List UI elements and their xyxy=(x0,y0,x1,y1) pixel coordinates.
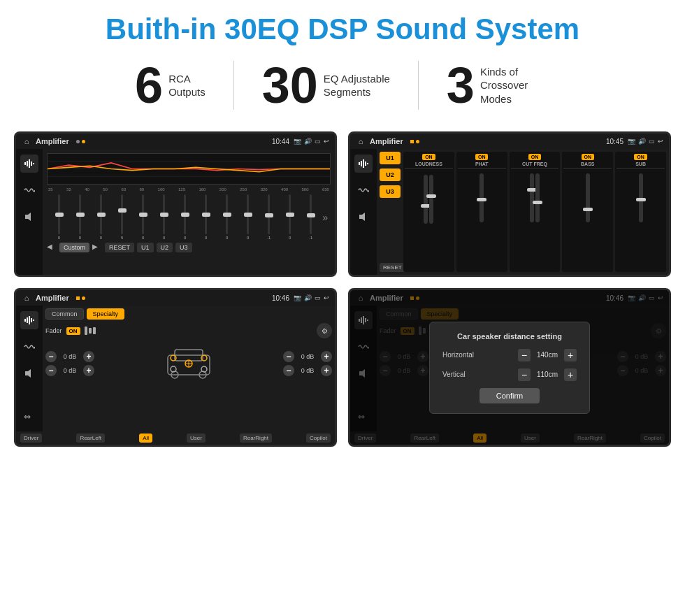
rearright-btn[interactable]: RearRight xyxy=(240,434,272,443)
svg-rect-13 xyxy=(367,163,368,164)
ch-sub: ON SUB xyxy=(615,152,666,272)
eq-custom-btn[interactable]: Custom xyxy=(59,243,89,252)
confirm-button[interactable]: Confirm xyxy=(480,388,540,403)
eq-sliders-row: 0 0 0 5 0 0 0 0 0 0 -1 0 -1 » xyxy=(47,194,331,240)
bass-slider[interactable] xyxy=(586,173,590,222)
sidebar-wave-icon[interactable] xyxy=(20,181,38,199)
tab-common[interactable]: Common xyxy=(45,308,84,320)
eq-slider-3[interactable]: 0 xyxy=(92,194,110,240)
home-icon-1[interactable]: ⌂ xyxy=(22,136,31,146)
ch-sub-on[interactable]: ON xyxy=(634,154,647,160)
sidebar-wave-icon-3[interactable] xyxy=(20,338,38,356)
sidebar-speaker-icon-2[interactable] xyxy=(354,208,373,226)
ch-bass-on[interactable]: ON xyxy=(582,154,595,160)
back-icon-1[interactable]: ↩ xyxy=(324,138,329,145)
stat-crossover: 3 Kinds ofCrossover Modes xyxy=(419,60,578,110)
settings-icon[interactable]: ⚙ xyxy=(322,327,328,335)
freq-100: 100 xyxy=(158,187,165,192)
eq-slider-10[interactable]: 0 xyxy=(238,194,257,240)
dot-1 xyxy=(76,140,80,143)
vol-bl-plus[interactable]: + xyxy=(83,365,94,376)
sidebar-eq-icon[interactable] xyxy=(20,155,38,173)
svg-point-26 xyxy=(171,355,176,361)
cutfreq-slider-r[interactable] xyxy=(535,173,540,222)
eq-slider-6[interactable]: 0 xyxy=(154,194,173,240)
freq-125: 125 xyxy=(178,187,185,192)
ch-loudness-on[interactable]: ON xyxy=(422,154,435,160)
phat-slider[interactable] xyxy=(480,173,484,222)
ch-phat-on[interactable]: ON xyxy=(475,154,489,160)
preset-u3[interactable]: U3 xyxy=(380,185,401,198)
vol-br-plus[interactable]: + xyxy=(321,365,332,376)
svg-rect-16 xyxy=(27,317,28,323)
volume-icon-3: 🔊 xyxy=(304,294,312,301)
vol-bl-minus[interactable]: − xyxy=(45,365,57,376)
back-icon-3[interactable]: ↩ xyxy=(324,294,329,301)
eq-u2-btn[interactable]: U2 xyxy=(157,243,173,252)
sidebar-speaker-icon[interactable] xyxy=(20,208,38,226)
eq-slider-13[interactable]: -1 xyxy=(301,194,320,240)
rearleft-btn[interactable]: RearLeft xyxy=(76,434,105,443)
sidebar-eq-icon-2[interactable] xyxy=(354,155,373,173)
home-icon-3[interactable]: ⌂ xyxy=(22,293,31,303)
next-btn[interactable]: ▶ xyxy=(92,243,102,252)
eq-slider-12[interactable]: 0 xyxy=(280,194,299,240)
screen-content-2: U1 U2 U3 RESET ON LOUDNESS xyxy=(350,149,669,275)
eq-slider-9[interactable]: 0 xyxy=(217,194,236,240)
app-name-3: Amplifier xyxy=(36,294,69,302)
vertical-minus[interactable]: − xyxy=(518,368,531,381)
eq-slider-11[interactable]: -1 xyxy=(259,194,278,240)
home-icon-2[interactable]: ⌂ xyxy=(356,136,366,146)
svg-marker-14 xyxy=(359,213,365,221)
vol-tl-plus[interactable]: + xyxy=(83,351,94,362)
tab-specialty[interactable]: Specialty xyxy=(87,308,125,320)
vol-tr-plus[interactable]: + xyxy=(321,351,332,362)
sidebar-wave-icon-2[interactable] xyxy=(354,181,373,199)
cutfreq-slider-l[interactable] xyxy=(530,173,534,222)
svg-rect-19 xyxy=(33,320,34,321)
amp-reset-btn[interactable]: RESET xyxy=(380,263,405,272)
driver-btn[interactable]: Driver xyxy=(20,434,42,443)
eq-slider-8[interactable]: 0 xyxy=(196,194,215,240)
eq-u1-btn[interactable]: U1 xyxy=(137,243,154,252)
freq-160: 160 xyxy=(199,187,206,192)
vol-br-minus[interactable]: − xyxy=(283,365,294,376)
vol-tl-minus[interactable]: − xyxy=(45,351,57,362)
eq-u3-btn[interactable]: U3 xyxy=(175,243,192,252)
loudness-slider-l[interactable] xyxy=(424,175,428,224)
sub-slider[interactable] xyxy=(639,173,643,222)
sidebar-eq-icon-3[interactable] xyxy=(20,311,38,329)
dot-sq-3 xyxy=(76,296,80,300)
vol-tr-minus[interactable]: − xyxy=(283,351,294,362)
copilot-btn[interactable]: Copilot xyxy=(306,434,331,443)
fader-row: Fader ON ⚙ xyxy=(45,323,332,338)
screen-crossover: ⌂ Amplifier 10:46 📷 🔊 ▭ ↩ xyxy=(14,288,337,447)
eq-slider-5[interactable]: 0 xyxy=(134,194,152,240)
preset-u1[interactable]: U1 xyxy=(380,152,401,164)
eq-more-icon[interactable]: » xyxy=(322,212,328,223)
eq-graph xyxy=(47,153,331,185)
back-icon-2[interactable]: ↩ xyxy=(658,138,663,145)
horizontal-plus[interactable]: + xyxy=(564,349,577,361)
preset-u2[interactable]: U2 xyxy=(380,169,401,181)
all-btn[interactable]: All xyxy=(139,434,152,443)
eq-slider-4[interactable]: 5 xyxy=(113,194,131,240)
eq-slider-7[interactable]: 0 xyxy=(175,194,194,240)
eq-reset-btn[interactable]: RESET xyxy=(105,243,134,252)
amp-presets: U1 U2 U3 RESET xyxy=(380,152,401,272)
volume-icon-1: 🔊 xyxy=(304,138,312,145)
vertical-plus[interactable]: + xyxy=(564,368,577,381)
fader-on-badge[interactable]: ON xyxy=(66,327,80,335)
eq-slider-2[interactable]: 0 xyxy=(71,194,89,240)
eq-slider-1[interactable]: 0 xyxy=(50,194,68,240)
loudness-slider-r[interactable] xyxy=(429,175,433,224)
user-btn[interactable]: User xyxy=(187,434,206,443)
prev-btn[interactable]: ◀ xyxy=(47,243,57,252)
sidebar-speaker-icon-3[interactable] xyxy=(20,364,38,382)
time-2: 10:45 xyxy=(606,138,623,145)
sidebar-arrows-icon[interactable]: ⇔ xyxy=(20,408,38,426)
horizontal-minus[interactable]: − xyxy=(518,349,531,361)
svg-rect-15 xyxy=(24,319,26,322)
stat-rca: 6 RCAOutputs xyxy=(107,60,233,110)
ch-cutfreq-on[interactable]: ON xyxy=(528,154,542,160)
